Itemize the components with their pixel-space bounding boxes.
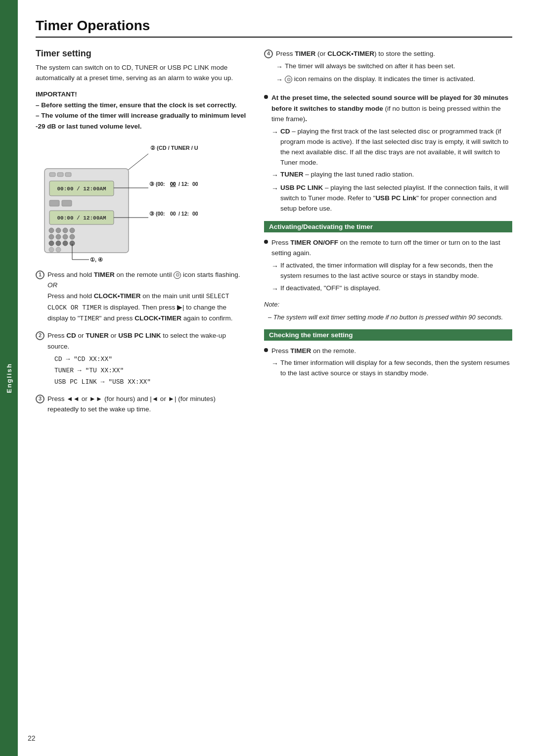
- two-column-layout: Timer setting The system can switch on t…: [36, 48, 512, 421]
- activating-arrow-2: → If deactivated, "OFF" is displayed.: [271, 283, 512, 295]
- step-number-4: 4: [264, 49, 273, 58]
- important-label: IMPORTANT!: [36, 90, 248, 98]
- preset-arrow-cd: → CD – playing the first track of the la…: [271, 127, 512, 168]
- section-title-timer-setting: Timer setting: [36, 48, 248, 59]
- svg-rect-5: [65, 173, 71, 177]
- preset-bullet: At the preset time, the selected sound s…: [264, 92, 512, 214]
- activating-header: Activating/Deactivating the timer: [264, 221, 512, 232]
- checking-header: Checking the timer setting: [264, 329, 512, 341]
- page-number: 22: [28, 734, 36, 742]
- svg-point-13: [56, 228, 61, 233]
- checking-text: Press TIMER on the remote. → The timer i…: [271, 346, 512, 379]
- svg-point-24: [49, 247, 54, 252]
- note-text: – The system will exit timer setting mod…: [264, 312, 512, 322]
- svg-text:/ 12:: / 12:: [178, 181, 189, 187]
- step-2: 2 Press CD or TUNER or USB PC LINK to se…: [36, 330, 248, 388]
- step-3: 3 Press ◄◄ or ►► (for hours) and |◄ or ►…: [36, 394, 248, 415]
- step4-arrow-1-text: The timer will always be switched on aft…: [285, 61, 455, 72]
- step-3-content: Press ◄◄ or ►► (for hours) and |◄ or ►| …: [47, 394, 248, 415]
- bullet-dot-3: [264, 348, 268, 352]
- main-content: Timer Operations Timer setting The syste…: [18, 0, 534, 756]
- preset-arrow-tuner-text: TUNER – playing the last tuned radio sta…: [280, 170, 414, 180]
- step-number-2: 2: [36, 331, 44, 340]
- step-1: 1 Press and hold TIMER on the remote unt…: [36, 269, 248, 325]
- svg-text:③ (00:: ③ (00:: [149, 211, 165, 217]
- svg-point-14: [63, 228, 68, 233]
- svg-text:00: 00: [192, 211, 198, 217]
- important-block: IMPORTANT! – Before setting the timer, e…: [36, 90, 248, 132]
- checking-arrow-1-text: The timer information will display for a…: [280, 358, 512, 379]
- bullet-dot-2: [264, 240, 268, 244]
- activating-arrow-2-text: If deactivated, "OFF" is displayed.: [280, 283, 380, 294]
- step-4-content: Press TIMER (or CLOCK•TIMER) to store th…: [276, 48, 512, 86]
- svg-text:/ 12:: / 12:: [178, 211, 189, 217]
- svg-point-21: [56, 241, 61, 246]
- page-title: Timer Operations: [36, 18, 512, 38]
- activating-arrow-1: → If activated, the timer information wi…: [271, 261, 512, 281]
- sidebar-language: English: [5, 363, 13, 393]
- bullet-dot-1: [264, 95, 268, 99]
- note-label: Note:: [264, 300, 512, 310]
- preset-text: At the preset time, the selected sound s…: [271, 92, 512, 214]
- step-1-content: Press and hold TIMER on the remote until…: [47, 269, 248, 325]
- step-2-indent: CD → "CD XX:XX" TUNER → "TU XX:XX" USB P…: [54, 354, 248, 387]
- preset-arrow-tuner: → TUNER – playing the last tuned radio s…: [271, 170, 512, 181]
- svg-text:00: 00: [192, 181, 198, 187]
- svg-rect-8: [49, 200, 59, 206]
- step-2-content: Press CD or TUNER or USB PC LINK to sele…: [47, 330, 248, 388]
- svg-point-15: [70, 228, 75, 233]
- left-column: Timer setting The system can switch on t…: [36, 48, 248, 421]
- sidebar: English: [0, 0, 18, 756]
- preset-arrow-usb: → USB PC LINK – playing the last selecte…: [271, 183, 512, 214]
- svg-text:00: 00: [170, 181, 176, 187]
- preset-arrow-usb-text: USB PC LINK – playing the last selected …: [280, 183, 512, 214]
- note-block: Note: – The system will exit timer setti…: [264, 300, 512, 322]
- step4-arrow-2: → ⊙ icon remains on the display. It indi…: [276, 74, 512, 86]
- svg-rect-4: [57, 173, 63, 177]
- svg-point-18: [63, 234, 68, 239]
- right-column: 4 Press TIMER (or CLOCK•TIMER) to store …: [264, 48, 512, 421]
- checking-bullet: Press TIMER on the remote. → The timer i…: [264, 346, 512, 379]
- svg-rect-9: [62, 200, 72, 206]
- step4-arrow-2-text: ⊙ icon remains on the display. It indica…: [285, 74, 475, 85]
- svg-text:00: 00: [170, 211, 176, 217]
- activating-bullet: Press TIMER ON/OFF on the remote to turn…: [264, 237, 512, 295]
- checking-arrow-1: → The timer information will display for…: [271, 358, 512, 379]
- svg-point-17: [56, 234, 61, 239]
- svg-text:00:00 / 12:00AM: 00:00 / 12:00AM: [57, 215, 106, 221]
- page-container: English Timer Operations Timer setting T…: [0, 0, 534, 756]
- svg-point-16: [49, 234, 54, 239]
- important-body: – Before setting the timer, ensure that …: [36, 100, 248, 132]
- activating-arrow-1-text: If activated, the timer information will…: [280, 261, 512, 281]
- svg-point-22: [63, 241, 68, 246]
- svg-point-20: [49, 241, 54, 246]
- preset-arrow-cd-text: CD – playing the first track of the last…: [280, 127, 512, 168]
- step4-arrow-1: → The timer will always be switched on a…: [276, 61, 512, 73]
- svg-point-19: [70, 234, 75, 239]
- svg-text:00:00 / 12:00AM: 00:00 / 12:00AM: [57, 186, 106, 192]
- device-svg: ② (CD / TUNER / USB PC LINK) 00:00 / 12:…: [40, 139, 198, 263]
- steps-list: 1 Press and hold TIMER on the remote unt…: [36, 269, 248, 415]
- svg-text:①, ④: ①, ④: [90, 257, 103, 263]
- svg-point-12: [49, 228, 54, 233]
- svg-rect-3: [49, 173, 55, 177]
- svg-text:③ (00:: ③ (00:: [149, 181, 165, 187]
- step-4: 4 Press TIMER (or CLOCK•TIMER) to store …: [264, 48, 512, 86]
- step-number-1: 1: [36, 270, 44, 279]
- activating-text: Press TIMER ON/OFF on the remote to turn…: [271, 237, 512, 295]
- svg-point-25: [56, 247, 61, 252]
- step-number-3: 3: [36, 395, 44, 403]
- svg-line-0: [126, 154, 148, 172]
- svg-text:② (CD / TUNER / USB PC LINK): ② (CD / TUNER / USB PC LINK): [150, 145, 198, 151]
- intro-text: The system can switch on to CD, TUNER or…: [36, 63, 248, 84]
- device-illustration-wrapper: ② (CD / TUNER / USB PC LINK) 00:00 / 12:…: [40, 139, 198, 263]
